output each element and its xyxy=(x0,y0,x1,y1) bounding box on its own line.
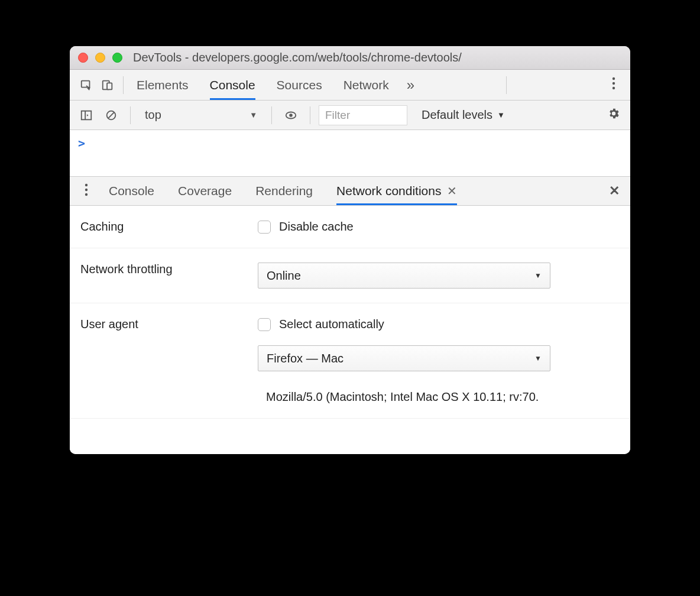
devtools-window: DevTools - developers.google.com/web/too… xyxy=(70,46,630,454)
drawer-tabs: Console Coverage Rendering Network condi… xyxy=(109,177,457,205)
window-traffic-lights xyxy=(78,53,122,63)
maximize-window-button[interactable] xyxy=(112,53,122,63)
disable-cache-checkbox[interactable] xyxy=(258,221,271,234)
dropdown-caret-icon: ▼ xyxy=(534,354,542,362)
close-window-button[interactable] xyxy=(78,53,88,63)
ua-auto-label: Select automatically xyxy=(279,318,384,331)
network-conditions-panel: Caching Disable cache Network throttling… xyxy=(70,206,630,454)
dropdown-caret-icon: ▼ xyxy=(534,271,542,280)
tab-network[interactable]: Network xyxy=(343,70,389,100)
divider xyxy=(123,76,124,94)
dropdown-caret-icon: ▼ xyxy=(497,111,505,119)
live-expression-icon[interactable] xyxy=(280,105,302,126)
svg-rect-6 xyxy=(82,111,92,119)
main-tabbar: Elements Console Sources Network » xyxy=(70,70,630,101)
drawer-tab-coverage[interactable]: Coverage xyxy=(178,177,232,205)
svg-line-9 xyxy=(108,112,114,118)
tab-console[interactable]: Console xyxy=(210,70,255,100)
throttling-row: Network throttling Online ▼ xyxy=(70,248,630,303)
drawer-tab-label: Network conditions xyxy=(336,184,441,198)
divider xyxy=(130,106,131,124)
titlebar: DevTools - developers.google.com/web/too… xyxy=(70,46,630,70)
divider xyxy=(271,106,272,124)
svg-point-4 xyxy=(612,82,615,85)
inspect-element-icon[interactable] xyxy=(76,74,97,96)
drawer-tab-console[interactable]: Console xyxy=(109,177,154,205)
more-options-icon[interactable] xyxy=(603,77,624,93)
console-output[interactable]: > xyxy=(70,130,630,176)
tab-sources[interactable]: Sources xyxy=(277,70,322,100)
svg-point-14 xyxy=(85,193,88,195)
divider xyxy=(310,106,310,124)
drawer-tab-network-conditions[interactable]: Network conditions ✕ xyxy=(336,177,457,205)
window-title: DevTools - developers.google.com/web/too… xyxy=(133,51,462,64)
spacer xyxy=(70,419,630,454)
svg-point-5 xyxy=(612,87,615,89)
device-toolbar-icon[interactable] xyxy=(97,74,118,96)
svg-point-3 xyxy=(612,77,615,80)
close-tab-icon[interactable]: ✕ xyxy=(447,184,457,198)
user-agent-row: User agent Select automatically Firefox … xyxy=(70,303,630,419)
svg-rect-0 xyxy=(82,80,90,87)
drawer-more-icon[interactable] xyxy=(76,183,97,199)
user-agent-string: Mozilla/5.0 (Macintosh; Intel Mac OS X 1… xyxy=(266,390,620,404)
ua-auto-checkbox[interactable] xyxy=(258,318,271,331)
svg-point-13 xyxy=(85,188,88,190)
execution-context-select[interactable]: top ▼ xyxy=(139,105,263,125)
throttling-value: Online xyxy=(267,269,301,283)
caching-row: Caching Disable cache xyxy=(70,206,630,248)
svg-point-11 xyxy=(289,114,293,117)
console-toolbar: top ▼ Default levels ▼ xyxy=(70,101,630,130)
minimize-window-button[interactable] xyxy=(95,53,105,63)
tabs-overflow-button[interactable]: » xyxy=(407,77,414,93)
user-agent-value: Firefox — Mac xyxy=(267,352,343,365)
drawer-tab-rendering[interactable]: Rendering xyxy=(255,177,313,205)
user-agent-label: User agent xyxy=(80,318,258,331)
execution-context-value: top xyxy=(145,108,161,122)
svg-point-12 xyxy=(85,183,88,186)
log-levels-select[interactable]: Default levels ▼ xyxy=(422,108,505,122)
throttling-label: Network throttling xyxy=(80,263,258,276)
console-sidebar-toggle-icon[interactable] xyxy=(76,105,97,126)
drawer-tabbar: Console Coverage Rendering Network condi… xyxy=(70,176,630,206)
dropdown-caret-icon: ▼ xyxy=(249,111,257,119)
user-agent-select[interactable]: Firefox — Mac ▼ xyxy=(258,345,550,371)
clear-console-icon[interactable] xyxy=(101,105,122,126)
divider xyxy=(506,76,507,94)
console-prompt-icon: > xyxy=(78,136,85,150)
tab-elements[interactable]: Elements xyxy=(137,70,189,100)
console-settings-icon[interactable] xyxy=(603,107,624,123)
log-levels-label: Default levels xyxy=(422,108,492,122)
svg-rect-2 xyxy=(107,83,112,89)
close-drawer-icon[interactable]: ✕ xyxy=(604,183,624,199)
console-filter-input[interactable] xyxy=(319,105,407,125)
throttling-select[interactable]: Online ▼ xyxy=(258,263,550,289)
disable-cache-label: Disable cache xyxy=(279,220,354,234)
caching-label: Caching xyxy=(80,220,258,234)
main-tabs: Elements Console Sources Network xyxy=(137,70,389,100)
